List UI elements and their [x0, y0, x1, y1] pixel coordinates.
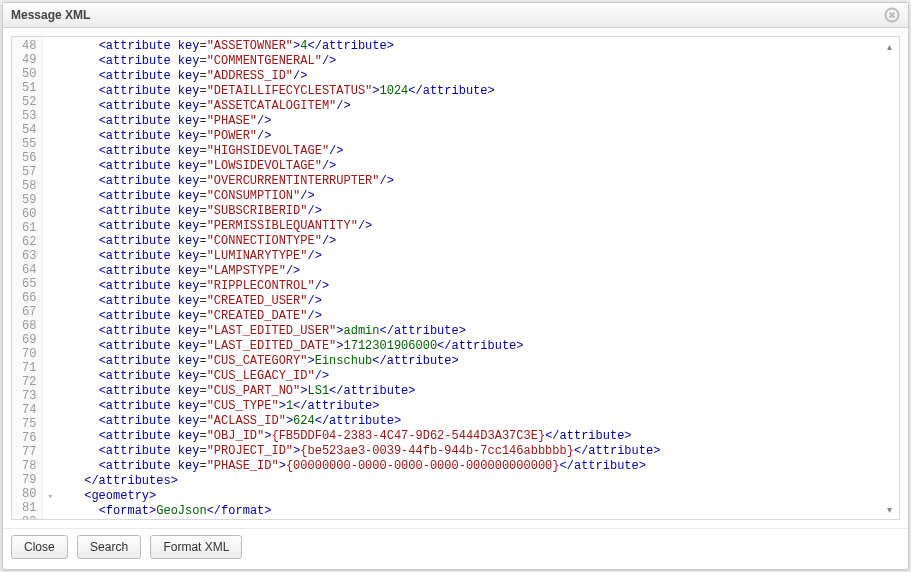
- code-line: <attribute key="PROJECT_ID">{be523ae3-00…: [47, 444, 899, 459]
- code-line: <attribute key="CUS_LEGACY_ID"/>: [47, 369, 899, 384]
- close-icon[interactable]: [884, 7, 900, 23]
- code-line: <attribute key="PHASE"/>: [47, 114, 899, 129]
- code-editor[interactable]: ▴ ▾ 484950515253545556575859606162636465…: [11, 36, 900, 520]
- code-line: <attribute key="LUMINARYTYPE"/>: [47, 249, 899, 264]
- button-bar: Close Search Format XML: [3, 528, 908, 569]
- code-line: <attribute key="DETAILLIFECYCLESTATUS">1…: [47, 84, 899, 99]
- code-line: <attribute key="ACLASS_ID">624</attribut…: [47, 414, 899, 429]
- code-line: <attribute key="SUBSCRIBERID"/>: [47, 204, 899, 219]
- code-line: <format>GeoJson</format>: [47, 504, 899, 519]
- code-line: <attribute key="OBJ_ID">{FB5DDF04-2383-4…: [47, 429, 899, 444]
- code-line: <attribute key="ASSETCATALOGITEM"/>: [47, 99, 899, 114]
- code-line: <attribute key="PHASE_ID">{00000000-0000…: [47, 459, 899, 474]
- line-number-gutter: 4849505152535455565758596061626364656667…: [12, 37, 43, 519]
- close-button[interactable]: Close: [11, 535, 68, 559]
- code-line: <attribute key="CREATED_USER"/>: [47, 294, 899, 309]
- code-line: <attribute key="OVERCURRENTINTERRUPTER"/…: [47, 174, 899, 189]
- code-line: <attribute key="HIGHSIDEVOLTAGE"/>: [47, 144, 899, 159]
- code-line: <attribute key="CREATED_DATE"/>: [47, 309, 899, 324]
- code-line: <attribute key="LAST_EDITED_USER">admin<…: [47, 324, 899, 339]
- dialog-titlebar[interactable]: Message XML: [3, 3, 908, 28]
- code-content[interactable]: <attribute key="ASSETOWNER">4</attribute…: [43, 37, 899, 519]
- code-line: <attribute key="CUS_TYPE">1</attribute>: [47, 399, 899, 414]
- code-line: <attribute key="ASSETOWNER">4</attribute…: [47, 39, 899, 54]
- code-line: <attribute key="LAST_EDITED_DATE">171230…: [47, 339, 899, 354]
- code-line: <attribute key="CUS_CATEGORY">Einschub</…: [47, 354, 899, 369]
- code-line: <attribute key="COMMENTGENERAL"/>: [47, 54, 899, 69]
- code-line: <attribute key="POWER"/>: [47, 129, 899, 144]
- code-line: <attribute key="LOWSIDEVOLTAGE"/>: [47, 159, 899, 174]
- format-xml-button[interactable]: Format XML: [150, 535, 242, 559]
- code-line: </attributes>: [47, 474, 899, 489]
- code-line: <attribute key="CONNECTIONTYPE"/>: [47, 234, 899, 249]
- dialog-title: Message XML: [11, 8, 90, 22]
- code-line: ▾ <geometry>: [47, 489, 899, 504]
- search-button[interactable]: Search: [77, 535, 141, 559]
- code-line: <attribute key="RIPPLECONTROL"/>: [47, 279, 899, 294]
- code-line: <attribute key="CUS_PART_NO">LS1</attrib…: [47, 384, 899, 399]
- message-xml-dialog: Message XML ▴ ▾ 484950515253545556575859…: [2, 2, 909, 570]
- code-line: <attribute key="PERMISSIBLEQUANTITY"/>: [47, 219, 899, 234]
- code-line: <attribute key="LAMPSTYPE"/>: [47, 264, 899, 279]
- code-line: <attribute key="ADDRESS_ID"/>: [47, 69, 899, 84]
- code-line: <attribute key="CONSUMPTION"/>: [47, 189, 899, 204]
